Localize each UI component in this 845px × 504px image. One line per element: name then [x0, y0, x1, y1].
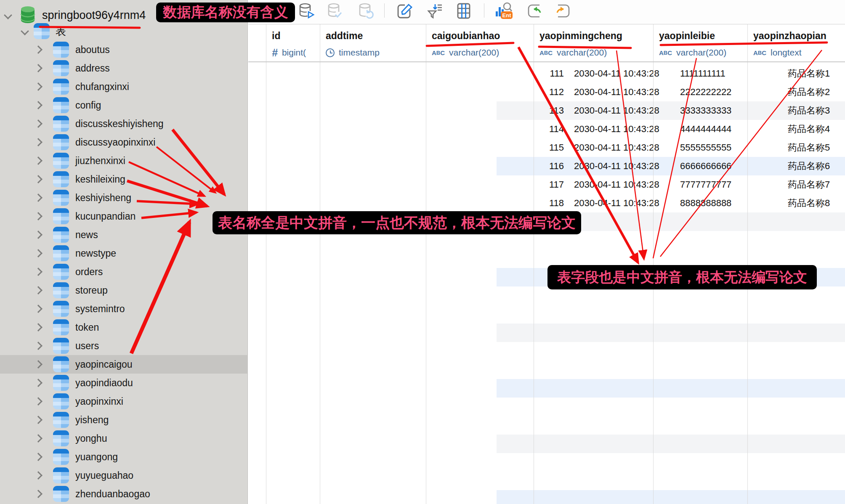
column-header-yaopinmingcheng[interactable]: yaopinmingcheng: [539, 27, 652, 44]
chevron-right-icon[interactable]: [34, 416, 43, 424]
grid-cell[interactable]: 118: [520, 194, 564, 212]
chevron-right-icon[interactable]: [34, 434, 43, 443]
sidebar-table-item-systemintro[interactable]: systemintro: [0, 300, 248, 318]
sidebar-table-item-yuangong[interactable]: yuangong: [0, 448, 248, 466]
column-type-id[interactable]: #bigint(: [272, 44, 306, 61]
chevron-right-icon[interactable]: [34, 323, 43, 332]
chevron-right-icon[interactable]: [34, 157, 43, 165]
sidebar-table-item-storeup[interactable]: storeup: [0, 281, 248, 300]
sidebar-table-item-aboutus[interactable]: aboutus: [0, 40, 248, 59]
sidebar-table-item-yaopincaigou[interactable]: yaopincaigou: [0, 355, 248, 374]
table-grid-icon[interactable]: [454, 1, 474, 21]
chevron-right-icon[interactable]: [34, 138, 43, 146]
grid-cell[interactable]: 2030-04-11 10:43:28: [574, 64, 670, 83]
grid-cell[interactable]: 1111111111: [680, 64, 778, 83]
grid-cell[interactable]: 药品名称4: [788, 120, 845, 138]
sidebar-table-item-token[interactable]: token: [0, 318, 248, 337]
sidebar-table-item-jiuzhenxinxi[interactable]: jiuzhenxinxi: [0, 151, 248, 170]
sidebar-table-item-chufangxinxi[interactable]: chufangxinxi: [0, 77, 248, 96]
chevron-right-icon[interactable]: [34, 305, 43, 313]
database-rollback-icon[interactable]: [355, 1, 375, 21]
chevron-right-icon[interactable]: [34, 194, 43, 202]
grid-cell[interactable]: 2222222222: [680, 83, 778, 101]
chevron-right-icon[interactable]: [34, 45, 43, 54]
grid-cell[interactable]: 8888888888: [680, 194, 778, 212]
grid-cell[interactable]: 2030-04-11 10:43:28: [574, 194, 670, 212]
sidebar-table-item-yonghu[interactable]: yonghu: [0, 429, 248, 448]
grid-cell[interactable]: 113: [520, 101, 564, 120]
sort-filter-icon[interactable]: [424, 1, 444, 21]
column-header-yaopinzhaopian[interactable]: yaopinzhaopian: [753, 27, 845, 44]
grid-cell[interactable]: 5555555555: [680, 138, 778, 157]
grid-cell[interactable]: 6666666666: [680, 157, 778, 175]
chevron-right-icon[interactable]: [34, 453, 43, 461]
redo-icon[interactable]: [553, 1, 573, 21]
chevron-right-icon[interactable]: [34, 119, 43, 128]
column-header-yaopinleibie[interactable]: yaopinleibie: [659, 27, 747, 44]
grid-cell[interactable]: 2030-04-11 10:43:28: [574, 83, 670, 101]
edit-icon[interactable]: [394, 1, 414, 21]
sidebar-table-item-keshiyisheng[interactable]: keshiyisheng: [0, 188, 248, 207]
grid-cell[interactable]: 111: [520, 64, 564, 83]
chevron-right-icon[interactable]: [34, 397, 43, 406]
sidebar-table-item-discussyaopinxinxi[interactable]: discussyaopinxinxi: [0, 133, 248, 151]
chevron-right-icon[interactable]: [34, 212, 43, 220]
column-header-id[interactable]: id: [272, 27, 319, 44]
chevron-down-icon[interactable]: [21, 27, 29, 35]
grid-cell[interactable]: 2030-04-11 10:43:28: [574, 175, 670, 194]
grid-cell[interactable]: 药品名称3: [788, 101, 845, 120]
chevron-right-icon[interactable]: [34, 82, 43, 91]
grid-cell[interactable]: 药品名称8: [788, 194, 845, 212]
chevron-right-icon[interactable]: [34, 268, 43, 276]
chevron-right-icon[interactable]: [34, 231, 43, 239]
chevron-right-icon[interactable]: [34, 64, 43, 72]
sidebar-table-item-yuyueguahao[interactable]: yuyueguahao: [0, 466, 248, 485]
grid-cell[interactable]: 116: [520, 157, 564, 175]
grid-cell[interactable]: 2030-04-11 10:43:28: [574, 101, 670, 120]
chevron-right-icon[interactable]: [34, 360, 43, 369]
column-type-yaopinzhaopian[interactable]: ABClongtext: [753, 44, 802, 61]
connection-name[interactable]: springboot96y4rnm4: [42, 9, 146, 22]
sidebar-table-item-zhenduanbaogao[interactable]: zhenduanbaogao: [0, 485, 248, 503]
grid-cell[interactable]: 药品名称1: [788, 64, 845, 83]
grid-cell[interactable]: 117: [520, 175, 564, 194]
sidebar-table-item-users[interactable]: users: [0, 337, 248, 355]
undo-icon[interactable]: [524, 1, 545, 21]
grid-cell[interactable]: 4444444444: [680, 120, 778, 138]
sidebar-table-item-config[interactable]: config: [0, 96, 248, 114]
grid-cell[interactable]: 药品名称5: [788, 138, 845, 157]
sidebar-table-item-yisheng[interactable]: yisheng: [0, 411, 248, 429]
grid-cell[interactable]: 7777777777: [680, 175, 778, 194]
grid-cell[interactable]: 药品名称7: [788, 175, 845, 194]
chevron-right-icon[interactable]: [34, 249, 43, 257]
sidebar-table-item-newstype[interactable]: newstype: [0, 244, 248, 263]
column-header-addtime[interactable]: addtime: [326, 27, 425, 44]
sidebar-table-item-address[interactable]: address: [0, 59, 248, 77]
grid-cell[interactable]: 3333333333: [680, 101, 778, 120]
database-commit-icon[interactable]: [324, 1, 344, 21]
grid-cell[interactable]: 2030-04-11 10:43:28: [574, 120, 670, 138]
chevron-right-icon[interactable]: [34, 175, 43, 183]
grid-cell[interactable]: 药品名称2: [788, 83, 845, 101]
column-type-yaopinleibie[interactable]: ABCvarchar(200): [659, 44, 726, 61]
column-type-yaopinmingcheng[interactable]: ABCvarchar(200): [539, 44, 607, 61]
sidebar-table-item-news[interactable]: news: [0, 225, 248, 244]
sidebar-table-item-yaopinxinxi[interactable]: yaopinxinxi: [0, 392, 248, 411]
chevron-right-icon[interactable]: [34, 490, 43, 498]
sidebar-table-item-orders[interactable]: orders: [0, 263, 248, 281]
chevron-right-icon[interactable]: [34, 101, 43, 109]
chevron-right-icon[interactable]: [34, 379, 43, 387]
column-type-addtime[interactable]: timestamp: [326, 44, 380, 61]
grid-cell[interactable]: 114: [520, 120, 564, 138]
grid-cell[interactable]: 112: [520, 83, 564, 101]
analytics-ent-icon[interactable]: Ent: [494, 1, 514, 21]
column-type-caigoubianhao[interactable]: ABCvarchar(200): [432, 44, 499, 61]
column-header-caigoubianhao[interactable]: caigoubianhao: [432, 27, 533, 44]
chevron-right-icon[interactable]: [34, 286, 43, 294]
sidebar-table-item-kucunpandian[interactable]: kucunpandian: [0, 207, 248, 225]
sidebar-table-item-yaopindiaodu[interactable]: yaopindiaodu: [0, 374, 248, 392]
chevron-down-icon[interactable]: [4, 11, 12, 19]
sidebar-table-item-keshileixing[interactable]: keshileixing: [0, 170, 248, 188]
chevron-right-icon[interactable]: [34, 342, 43, 350]
database-run-icon[interactable]: [296, 1, 316, 21]
